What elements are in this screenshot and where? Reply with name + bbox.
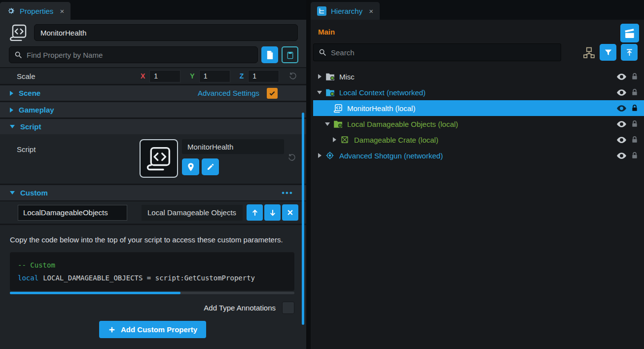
lock-icon[interactable] [631, 136, 638, 144]
search-icon [319, 48, 326, 56]
reset-scale-icon[interactable] [288, 72, 297, 80]
hierarchy-header: Main [311, 20, 644, 43]
collapse-icon[interactable] [325, 122, 330, 126]
tree-row-advanced-shotgun[interactable]: Advanced Shotgun (networked) [313, 148, 644, 163]
hierarchy-search-box[interactable] [313, 43, 561, 61]
arrow-up-icon [251, 209, 259, 217]
tab-properties[interactable]: Properties × [0, 2, 71, 20]
lock-icon[interactable] [631, 120, 638, 128]
tree-row-local-context[interactable]: Local Context (networked) [313, 84, 644, 100]
properties-vertical-scrollbar[interactable] [302, 113, 304, 325]
scene-name-label[interactable]: Main [318, 28, 335, 36]
scale-y-input[interactable] [199, 70, 230, 82]
lock-icon[interactable] [631, 88, 638, 96]
code-horizontal-scrollbar[interactable] [10, 292, 294, 294]
property-search-input[interactable] [27, 51, 252, 59]
section-scene-title: Scene [19, 89, 40, 97]
expand-icon[interactable] [318, 153, 322, 158]
section-gameplay[interactable]: Gameplay [0, 102, 306, 117]
expand-icon[interactable] [318, 74, 322, 79]
delete-custom-property-button[interactable] [282, 204, 298, 221]
section-scene[interactable]: Scene Advanced Settings [0, 85, 306, 101]
editor-window: Properties × [0, 0, 644, 349]
add-custom-property-button[interactable]: Add Custom Property [99, 321, 206, 338]
export-button[interactable] [621, 44, 638, 61]
script-asset-column: MonitorHealth [182, 139, 284, 178]
hierarchy-tree: Misc Local Context (networked) [311, 69, 644, 163]
scenes-button[interactable] [620, 24, 639, 42]
section-custom[interactable]: Custom ••• [0, 185, 306, 200]
move-up-button[interactable] [247, 204, 263, 221]
reset-script-icon[interactable] [287, 153, 296, 162]
property-search-box[interactable] [9, 46, 258, 63]
tree-row-label: MonitorHealth (local) [347, 104, 415, 113]
script-asset-name: MonitorHealth [182, 139, 284, 154]
tree-row-local-damageable-objects[interactable]: Local Damageable Objects (local) [313, 116, 644, 132]
filter-button[interactable] [600, 44, 616, 61]
code-comment: -- Custom [18, 261, 55, 269]
edit-script-button[interactable] [202, 158, 219, 175]
tree-row-label: Local Context (networked) [339, 88, 426, 97]
chevron-right-icon[interactable] [10, 91, 13, 96]
axis-y-label: Y [190, 72, 194, 80]
object-header [0, 20, 306, 45]
panel-divider[interactable] [306, 0, 311, 349]
tree-row-damageable-crate[interactable]: Damageable Crate (local) [313, 132, 644, 148]
chevron-down-icon[interactable] [10, 125, 15, 128]
folder-icon [332, 118, 343, 129]
find-script-button[interactable] [182, 158, 199, 175]
lock-icon[interactable] [631, 104, 638, 112]
section-custom-title: Custom [20, 189, 48, 197]
advanced-settings-link[interactable]: Advanced Settings [198, 89, 259, 97]
filter-icon [604, 48, 612, 57]
paste-properties-button[interactable] [282, 46, 298, 63]
pin-icon [187, 162, 195, 172]
visibility-eye-icon[interactable] [617, 105, 626, 112]
crate-icon [339, 134, 350, 145]
tree-row-label: Advanced Shotgun (networked) [339, 152, 443, 160]
object-name-input[interactable] [34, 24, 298, 41]
equipment-icon [324, 150, 335, 161]
tree-row-misc[interactable]: Misc [313, 69, 644, 84]
custom-menu-icon[interactable]: ••• [282, 188, 293, 198]
scale-label: Scale [17, 72, 141, 80]
visibility-eye-icon[interactable] [617, 137, 626, 143]
type-annotations-checkbox[interactable] [282, 302, 294, 314]
tree-row-label: Local Damageable Objects (local) [347, 120, 458, 128]
tab-hierarchy[interactable]: Hierarchy × [311, 2, 380, 20]
scrollbar-thumb[interactable] [10, 292, 180, 294]
collapse-icon[interactable] [317, 91, 322, 94]
lock-icon[interactable] [631, 73, 638, 80]
folder-icon [324, 71, 335, 82]
visibility-eye-icon[interactable] [617, 121, 626, 127]
close-icon[interactable]: × [369, 7, 373, 15]
lock-icon[interactable] [631, 152, 638, 159]
custom-property-display-name: Local Damageable Objects [142, 205, 243, 221]
close-icon[interactable]: × [60, 7, 64, 15]
shared-assets-icon[interactable] [583, 46, 595, 59]
move-down-button[interactable] [264, 204, 281, 221]
expand-icon[interactable] [333, 137, 336, 142]
scale-z-input[interactable] [248, 70, 279, 82]
custom-property-id-input[interactable] [18, 205, 127, 221]
scale-x-input[interactable] [149, 70, 180, 82]
script-asset-slot[interactable] [140, 139, 178, 178]
section-script[interactable]: Script [0, 119, 306, 134]
hierarchy-icon [317, 6, 326, 16]
visibility-eye-icon[interactable] [617, 89, 626, 96]
script-field-label: Script [17, 139, 140, 178]
hierarchy-panel: Hierarchy × Main [311, 0, 644, 349]
axis-x-label: X [141, 72, 145, 80]
advanced-settings-checkbox[interactable] [267, 88, 278, 99]
tree-row-monitorhealth[interactable]: MonitorHealth (local) [313, 100, 644, 116]
chevron-right-icon[interactable] [10, 108, 13, 113]
section-gameplay-title: Gameplay [19, 106, 54, 114]
hierarchy-search-input[interactable] [331, 48, 556, 57]
chevron-down-icon[interactable] [10, 191, 15, 194]
copy-properties-button[interactable] [261, 46, 278, 63]
visibility-eye-icon[interactable] [617, 74, 626, 80]
axis-z-label: Z [240, 72, 244, 80]
plus-icon [108, 326, 116, 334]
script-object-icon [9, 23, 28, 42]
visibility-eye-icon[interactable] [617, 153, 626, 159]
